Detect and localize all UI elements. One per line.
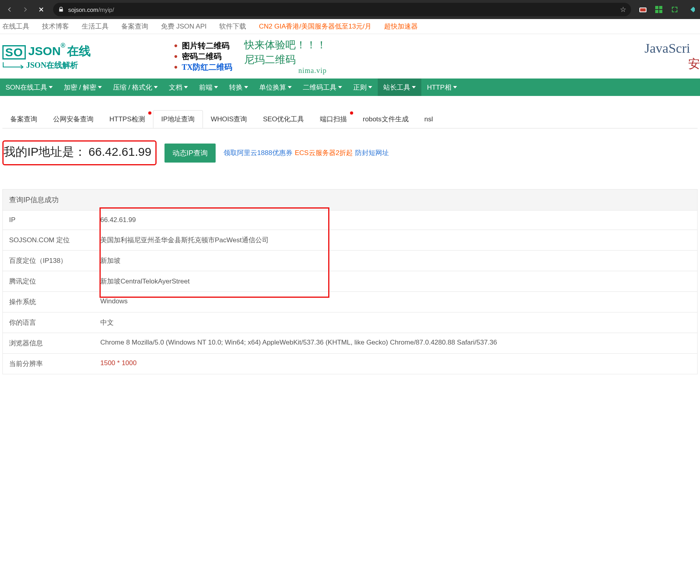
sub-tab[interactable]: SEO优化工具 [255,111,312,128]
bullet-icon: ● [174,53,178,60]
arrow-icon [2,61,26,69]
forward-button[interactable] [18,2,33,17]
hand-sub: nima.vip [244,67,327,75]
handwriting-promo[interactable]: 快来体验吧！！！ 尼玛二维码 nima.vip [244,38,327,75]
header-banner: SO JSON® 在线 JSON在线解析 ●图片转二维码 ●密码二维码 ●TX防… [0,34,700,79]
result-row: 浏览器信息Chrome 8 Mozilla/5.0 (Windows NT 10… [3,333,697,354]
nav-item[interactable]: 正则 [348,79,378,96]
svg-rect-1 [640,8,646,11]
result-row: 腾讯定位新加坡CentralTelokAyerStreet [3,271,697,292]
browser-chrome: sojson.com/myip/ ☆ [0,0,700,19]
my-ip-box: 我的IP地址是： 66.42.61.99 [2,140,157,165]
hand-line: 尼玛二维码 [244,53,327,67]
top-link[interactable]: 技术博客 [42,22,69,31]
promo-item[interactable]: TX防红二维码 [182,62,233,73]
my-ip-label: 我的IP地址是： [4,144,86,160]
logo-box: SO [2,45,26,59]
svg-rect-4 [655,10,658,13]
dynamic-ip-button[interactable]: 动态IP查询 [164,144,216,163]
chevron-down-icon [412,86,416,88]
chevron-down-icon [184,86,188,88]
promo-list: ●图片转二维码 ●密码二维码 ●TX防红二维码 [174,40,232,73]
back-button[interactable] [2,2,17,17]
result-row: 操作系统Windows [3,292,697,312]
chevron-down-icon [244,86,248,88]
result-row: SOJSON.COM 定位美国加利福尼亚州圣华金县斯托克顿市PacWest通信公… [3,230,697,251]
top-promo-link[interactable]: 超快加速器 [384,22,418,31]
top-link[interactable]: 备案查询 [121,22,148,31]
nav-item[interactable]: 转换 [224,79,254,96]
extension-icon-3[interactable] [670,5,679,14]
chevron-down-icon [98,86,102,88]
promo-item[interactable]: 图片转二维码 [182,40,230,51]
top-link-bar: 在线工具 技术博客 生活工具 备案查询 免费 JSON API 软件下载 CN2… [0,19,700,34]
promo-link[interactable]: 领取阿里云1888优惠券 [224,148,293,157]
svg-rect-6 [690,7,695,12]
sub-tab[interactable]: robots文件生成 [355,111,416,128]
top-link[interactable]: 生活工具 [82,22,109,31]
sub-tabs: 备案查询公网安备查询HTTPS检测IP地址查询WHOIS查询SEO优化工具端口扫… [0,110,700,128]
lock-icon [58,6,64,13]
result-label: 腾讯定位 [9,277,100,286]
chevron-down-icon [154,86,158,88]
side-banner-line: 安 [645,56,700,72]
extension-icon-4[interactable] [686,5,695,14]
svg-rect-5 [659,10,662,13]
result-value: 中文 [100,318,691,327]
sub-tab[interactable]: 端口扫描 [312,111,355,128]
nav-item[interactable]: 前端 [193,79,224,96]
sub-tab[interactable]: IP地址查询 [153,110,203,128]
top-link[interactable]: 在线工具 [2,22,29,31]
sub-tab[interactable]: 备案查询 [2,111,45,128]
result-value: 美国加利福尼亚州圣华金县斯托克顿市PacWest通信公司 [100,236,691,245]
ip-promo-links: 领取阿里云1888优惠券ECS云服务器2折起防封短网址 [224,148,389,157]
result-row: IP66.42.61.99 [3,211,697,230]
nav-item[interactable]: 压缩 / 格式化 [107,79,163,96]
promo-link[interactable]: 防封短网址 [355,148,389,157]
nav-item[interactable]: SON在线工具 [0,79,58,96]
chevron-down-icon [368,86,372,88]
sub-tab[interactable]: 公网安备查询 [45,111,101,128]
result-label: 当前分辨率 [9,359,100,368]
result-row: 你的语言中文 [3,312,697,333]
chevron-down-icon [214,86,218,88]
promo-link[interactable]: ECS云服务器2折起 [295,148,353,157]
address-bar[interactable]: sojson.com/myip/ ☆ [53,3,631,16]
bookmark-star-icon[interactable]: ☆ [620,5,626,14]
bullet-icon: ● [174,63,178,71]
nav-item[interactable]: HTTP相 [421,79,462,96]
chevron-down-icon [288,86,292,88]
site-logo[interactable]: SO JSON® 在线 JSON在线解析 [0,44,95,69]
nav-item[interactable]: 单位换算 [254,79,297,96]
sub-tab[interactable]: HTTPS检测 [101,111,153,128]
logo-json: JSON® [28,45,65,57]
result-label: 浏览器信息 [9,339,100,348]
result-label: 操作系统 [9,297,100,306]
extension-icon-1[interactable] [638,5,648,14]
top-link[interactable]: 免费 JSON API [161,22,207,31]
result-label: 你的语言 [9,318,100,327]
svg-rect-2 [655,6,658,9]
hand-line: 快来体验吧！！！ [244,38,327,52]
result-panel: 查询IP信息成功 IP66.42.61.99SOJSON.COM 定位美国加利福… [2,189,698,374]
nav-item[interactable]: 二维码工具 [297,79,348,96]
nav-item[interactable]: 加密 / 解密 [58,79,107,96]
side-banner[interactable]: JavaScri 安 [645,41,700,72]
result-value: 1500 * 1000 [100,359,691,368]
sub-tab[interactable]: WHOIS查询 [203,111,255,128]
result-label: IP [9,216,100,224]
nav-item[interactable]: 文档 [163,79,193,96]
stop-button[interactable] [34,2,48,17]
extension-icon-2[interactable] [654,5,664,14]
sub-tab[interactable]: nsl [417,111,441,127]
result-value: 新加坡CentralTelokAyerStreet [100,277,691,286]
result-body: IP66.42.61.99SOJSON.COM 定位美国加利福尼亚州圣华金县斯托… [3,211,697,374]
ip-header-row: 我的IP地址是： 66.42.61.99 动态IP查询 领取阿里云1888优惠券… [2,140,698,165]
nav-item[interactable]: 站长工具 [378,79,421,96]
promo-item[interactable]: 密码二维码 [182,51,222,62]
side-banner-line: JavaScri [645,41,700,56]
result-title: 查询IP信息成功 [3,190,697,211]
top-promo-link[interactable]: CN2 GIA香港/美国服务器低至13元/月 [259,22,371,31]
top-link[interactable]: 软件下载 [219,22,246,31]
result-value: Chrome 8 Mozilla/5.0 (Windows NT 10.0; W… [100,339,691,348]
